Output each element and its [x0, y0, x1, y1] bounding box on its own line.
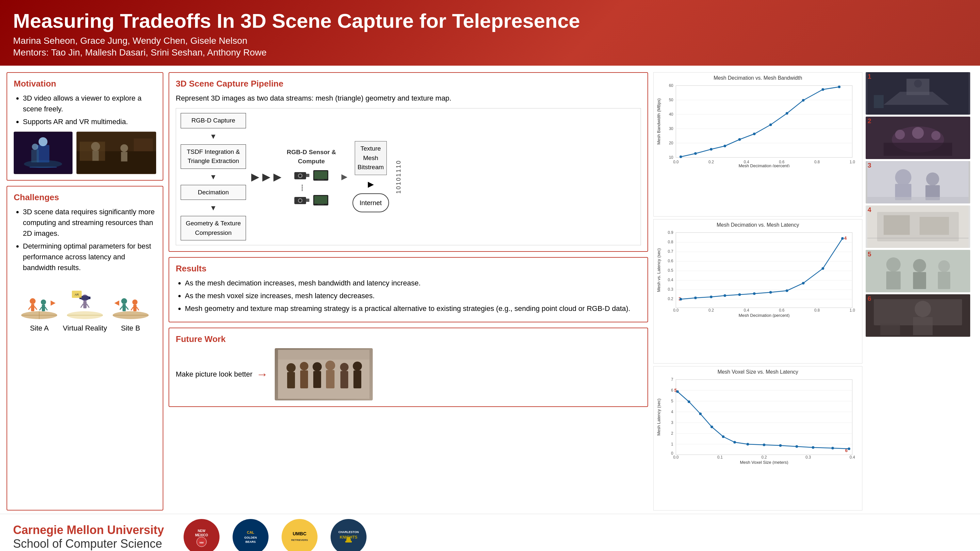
svg-rect-19: [31, 304, 34, 311]
challenges-bullet-2: Determining optimal parameters for best …: [23, 241, 156, 273]
pipeline-box-4: Geometry & TextureCompression: [181, 216, 246, 240]
pipeline-right: RGB-D Sensor &Compute: [287, 148, 336, 206]
svg-point-175: [763, 443, 765, 446]
thumbnail-5: 5: [865, 250, 970, 292]
motivation-title: Motivation: [14, 79, 156, 89]
thumb-img-6: [865, 294, 970, 337]
svg-rect-4: [31, 149, 39, 162]
svg-text:50: 50: [669, 98, 674, 102]
dashed-line: [302, 184, 329, 191]
svg-point-195: [926, 173, 939, 186]
svg-text:Mesh Decimation (percent): Mesh Decimation (percent): [738, 163, 789, 167]
svg-rect-30: [81, 296, 89, 300]
svg-rect-144: [676, 380, 852, 455]
group-photo-svg: [278, 350, 369, 399]
svg-rect-45: [133, 305, 137, 311]
svg-point-18: [30, 298, 36, 304]
thumb-num-1: 1: [868, 73, 871, 80]
pipeline-arrow-1: ▼: [210, 131, 217, 142]
middle-column: 3D Scene Capture Pipeline Represent 3D i…: [169, 72, 648, 510]
svg-point-172: [722, 435, 725, 438]
svg-point-137: [738, 293, 741, 296]
charts-column: Mesh Decimation vs. Mesh Bandwidth 60 50…: [653, 72, 862, 510]
svg-text:Mesh vs. Latency (sec): Mesh vs. Latency (sec): [656, 248, 661, 292]
svg-line-43: [126, 306, 128, 310]
svg-rect-23: [42, 305, 45, 311]
svg-rect-41: [123, 304, 126, 311]
challenges-card: Challenges 3D scene data requires signif…: [6, 186, 163, 510]
svg-rect-62: [318, 204, 324, 205]
pipeline-arrow-2: ▼: [210, 171, 217, 182]
internet-cloud: Internet: [353, 193, 389, 212]
svg-text:BEARS: BEARS: [245, 540, 256, 543]
svg-text:0.8: 0.8: [815, 160, 820, 164]
svg-text:0.7: 0.7: [668, 249, 673, 254]
svg-point-184: [914, 80, 922, 87]
svg-rect-197: [867, 197, 969, 203]
svg-text:GOLDEN: GOLDEN: [244, 536, 257, 539]
svg-point-139: [769, 291, 772, 294]
scene-label-vr: Virtual Reality: [63, 323, 107, 333]
thumb-num-2: 2: [868, 117, 871, 125]
knights-svg: CHARLESTON KNIGHTS: [332, 521, 365, 551]
svg-text:2: 2: [671, 431, 673, 436]
svg-text:0.6: 0.6: [668, 259, 673, 263]
svg-text:0.0: 0.0: [673, 308, 679, 313]
svg-text:0.4: 0.4: [850, 455, 855, 460]
chart-voxel-title: Mesh Voxel Size vs. Mesh Latency: [656, 369, 859, 375]
chart-voxel-svg: 7 6 5 4 3 2 1 0 0.0 0.1 0.2 0.3 0.4 Mesh…: [656, 376, 859, 464]
thumb-num-5: 5: [868, 251, 871, 258]
binary-text: 10101110: [394, 160, 403, 194]
svg-point-103: [786, 112, 788, 114]
pipeline-left: RGB-D Capture ▼ TSDF Integration &Triang…: [181, 113, 246, 240]
svg-text:RETRIEVERS: RETRIEVERS: [291, 538, 309, 541]
svg-text:0.2: 0.2: [708, 308, 714, 313]
header: Measuring Tradeoffs In 3D Scene Capture …: [0, 0, 980, 66]
svg-text:0.6: 0.6: [779, 308, 785, 313]
svg-point-189: [912, 127, 924, 139]
svg-point-208: [938, 260, 950, 272]
svg-text:NEW: NEW: [197, 529, 205, 533]
svg-marker-48: [115, 300, 119, 306]
svg-line-21: [34, 306, 37, 310]
thumbnail-6: 6: [865, 294, 970, 337]
svg-text:Mesh Voxel Size (meters): Mesh Voxel Size (meters): [740, 460, 788, 464]
svg-text:0.2: 0.2: [708, 160, 714, 164]
svg-rect-205: [886, 272, 900, 289]
svg-rect-54: [314, 171, 327, 179]
arrow-to-labels: ▶: [341, 171, 347, 183]
svg-rect-77: [676, 86, 852, 157]
svg-point-171: [711, 426, 713, 428]
svg-text:CHARLESTON: CHARLESTON: [339, 530, 359, 534]
thumb-img-3: [865, 161, 970, 203]
svg-text:7: 7: [671, 377, 673, 382]
svg-text:1.0: 1.0: [850, 308, 855, 313]
svg-point-99: [724, 145, 726, 147]
svg-point-101: [753, 133, 756, 135]
pipeline-box-3: Decimation: [181, 185, 246, 200]
footer-cmu: Carnegie Mellon University School of Com…: [13, 523, 164, 551]
svg-line-42: [120, 306, 123, 310]
texture-mesh-label: TextureMeshBitstream: [355, 141, 387, 175]
output-section: TextureMeshBitstream ▶ Internet: [353, 141, 389, 212]
svg-line-35: [87, 304, 89, 308]
sensor-block: [294, 170, 329, 206]
svg-point-204: [886, 257, 900, 272]
svg-point-169: [687, 400, 690, 403]
thumb-img-2: [865, 117, 970, 159]
svg-text:0.0: 0.0: [673, 160, 679, 164]
scene-label-b: Site B: [121, 323, 140, 333]
motivation-card: Motivation 3D video allows a viewer to e…: [6, 72, 163, 181]
svg-point-135: [710, 295, 713, 298]
svg-point-40: [121, 298, 127, 304]
footer: Carnegie Mellon University School of Com…: [0, 514, 980, 551]
svg-text:Mesh Bandwidth (MBps): Mesh Bandwidth (MBps): [656, 98, 661, 145]
challenges-bullet-1: 3D scene data requires significantly mor…: [23, 206, 156, 239]
svg-point-168: [676, 390, 679, 393]
svg-text:4: 4: [844, 235, 847, 241]
svg-rect-185: [874, 95, 884, 108]
svg-text:0.5: 0.5: [668, 268, 673, 273]
chart-voxel: Mesh Voxel Size vs. Mesh Latency 7 6 5 4…: [653, 366, 862, 510]
svg-point-134: [694, 297, 697, 299]
svg-point-74: [353, 362, 362, 371]
